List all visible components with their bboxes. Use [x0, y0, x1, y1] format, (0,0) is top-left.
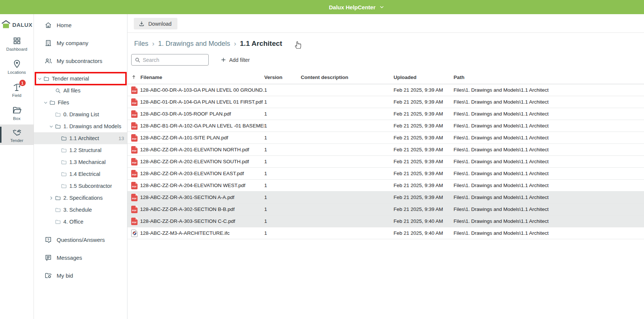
table-row[interactable]: PDF128-ABC-00-DR-A-103-GA PLAN LEVEL 00 …	[127, 84, 644, 96]
home-icon	[44, 21, 52, 29]
tree-item-tender-material[interactable]: Tender material	[34, 73, 127, 85]
tree-item-1-5-subcontractor[interactable]: 1.5 Subcontractor	[34, 180, 127, 192]
cell-filename: 128-ABC-03-DR-A-105-ROOF PLAN.pdf	[140, 111, 264, 117]
dalux-logo-text: DALUX	[12, 22, 32, 28]
table-row[interactable]: PDF128-ABC-ZZ-DR-A-303-SECTION C-C.pdf1F…	[127, 215, 644, 227]
search-input[interactable]	[143, 57, 205, 63]
helpcenter-dropdown[interactable]: Dalux HelpCenter	[329, 0, 384, 14]
pdf-file-icon: PDF	[131, 194, 138, 201]
tree-item-label: 1.4 Electrical	[69, 171, 100, 177]
sidebar-item-my-company[interactable]: My company	[34, 34, 127, 52]
cell-uploaded: Feb 21 2025, 9:39 AM	[394, 159, 454, 164]
tree-item-all-files[interactable]: All files	[34, 85, 127, 97]
table-row[interactable]: PDF128-ABC-03-DR-A-105-ROOF PLAN.pdf1Feb…	[127, 108, 644, 120]
folder-icon	[43, 76, 50, 82]
tree-item-2-specifications[interactable]: 2. Specifications	[34, 192, 127, 204]
sidebar-item-questions-answers[interactable]: ?Questions/Answers	[34, 231, 127, 249]
rail-item-tender[interactable]: Tender	[0, 124, 34, 145]
table-row[interactable]: PDF128-ABC-ZZ-DR-A-301-SECTION A-A.pdf1F…	[127, 192, 644, 203]
table-row[interactable]: 128-ABC-ZZ-M3-A-ARCHITECTURE.ifc1Feb 21 …	[127, 227, 644, 239]
pdf-file-icon: PDF	[131, 158, 138, 165]
sort-ascending-icon[interactable]	[131, 75, 136, 80]
chevron-down-icon[interactable]	[37, 76, 43, 82]
cell-filename: 128-ABC-B1-DR-A-102-GA PLAN LEVEL -01 BA…	[140, 123, 264, 129]
tree-item-label: 4. Office	[63, 219, 83, 225]
rail-item-label: Field	[12, 93, 22, 98]
download-button[interactable]: Download	[134, 18, 177, 29]
sidebar-item-label: Questions/Answers	[57, 237, 105, 243]
column-version[interactable]: Version	[264, 75, 301, 80]
file-table-body: PDF128-ABC-00-DR-A-103-GA PLAN LEVEL 00 …	[127, 84, 644, 239]
pdf-file-icon: PDF	[131, 110, 138, 118]
table-row[interactable]: PDF128-ABC-ZZ-DR-A-204-ELEVATION WEST.pd…	[127, 180, 644, 192]
sidebar-item-label: Home	[57, 22, 72, 28]
breadcrumb-drawings-and-models[interactable]: 1. Drawings and Models	[158, 40, 230, 48]
box-folder-icon	[12, 105, 22, 115]
cell-version: 1	[264, 87, 301, 93]
folder-icon	[61, 135, 67, 142]
breadcrumb-separator: ›	[152, 40, 154, 48]
sidebar-item-my-bid[interactable]: My bid	[34, 266, 127, 284]
my-bid-icon	[44, 272, 52, 279]
tree-item-label: Tender material	[52, 76, 89, 82]
rail-item-field[interactable]: 1Field	[0, 78, 34, 101]
cell-path: Files\1. Drawings and Models\1.1 Archite…	[454, 147, 644, 152]
rail-item-label: Box	[13, 116, 20, 121]
ifc-file-icon	[131, 230, 138, 237]
chevron-down-icon[interactable]	[43, 100, 49, 106]
table-row[interactable]: PDF128-ABC-ZZ-DR-A-201-ELEVATION NORTH.p…	[127, 144, 644, 156]
cell-filename: 128-ABC-00-DR-A-103-GA PLAN LEVEL 00 GRO…	[140, 87, 264, 93]
pin-icon	[12, 59, 22, 69]
breadcrumb-separator: ›	[234, 40, 236, 48]
tree-item-label: 2. Specifications	[63, 195, 103, 201]
top-bar: Dalux HelpCenter	[0, 0, 644, 14]
pdf-file-icon: PDF	[131, 86, 138, 94]
cell-filename: 128-ABC-ZZ-DR-A-203-ELEVATION EAST.pdf	[140, 171, 264, 176]
folder-icon	[61, 147, 67, 154]
sidebar-item-home[interactable]: Home	[34, 16, 127, 34]
crane-icon: 1	[12, 82, 22, 92]
rail-item-dashboard[interactable]: Dashboard	[0, 32, 34, 55]
column-content-description[interactable]: Content description	[301, 75, 394, 80]
tree-item-1-2-structural[interactable]: 1.2 Structural	[34, 144, 127, 156]
rail-item-box[interactable]: Box	[0, 101, 34, 124]
sidebar-item-messages[interactable]: Messages	[34, 249, 127, 266]
table-row[interactable]: PDF128-ABC-B1-DR-A-102-GA PLAN LEVEL -01…	[127, 120, 644, 132]
chevron-spacer	[54, 147, 61, 154]
tree-item-1-1-architect[interactable]: 1.1 Architect13	[34, 132, 127, 144]
cell-version: 1	[264, 123, 301, 129]
add-filter-button[interactable]: Add filter	[221, 57, 250, 63]
cell-path: Files\1. Drawings and Models\1.1 Archite…	[454, 183, 644, 188]
folder-icon	[55, 219, 61, 225]
column-uploaded[interactable]: Uploaded	[394, 75, 454, 80]
column-path[interactable]: Path	[454, 75, 644, 80]
column-filename[interactable]: Filename	[141, 75, 162, 80]
chevron-right-icon[interactable]	[48, 195, 55, 201]
cell-path: Files\1. Drawings and Models\1.1 Archite…	[454, 171, 644, 176]
table-row[interactable]: PDF128-ABC-ZZ-DR-A-203-ELEVATION EAST.pd…	[127, 168, 644, 180]
cell-version: 1	[264, 99, 301, 105]
tree-item-files[interactable]: Files	[34, 97, 127, 108]
helpcenter-label: Dalux HelpCenter	[329, 4, 375, 10]
table-row[interactable]: PDF128-ABC-01-DR-A-104-GA PLAN LEVEL 01 …	[127, 96, 644, 108]
table-row[interactable]: PDF128-ABC-ZZ-DR-A-202-ELEVATION SOUTH.p…	[127, 156, 644, 168]
tree-item-4-office[interactable]: 4. Office	[34, 216, 127, 228]
tree-item-1-4-electrical[interactable]: 1.4 Electrical	[34, 168, 127, 180]
table-row[interactable]: PDF128-ABC-ZZ-DR-A-101-SITE PLAN.pdf1Feb…	[127, 132, 644, 144]
pdf-file-icon: PDF	[131, 218, 138, 225]
dalux-logo[interactable]: DALUX	[0, 14, 34, 32]
breadcrumb-files[interactable]: Files	[134, 40, 148, 48]
tree-item-label: 3. Schedule	[63, 207, 92, 213]
plus-icon	[221, 57, 226, 63]
cell-uploaded: Feb 21 2025, 9:39 AM	[394, 206, 454, 212]
table-row[interactable]: PDF128-ABC-ZZ-DR-A-302-SECTION B-B.pdf1F…	[127, 203, 644, 215]
rail-item-locations[interactable]: Locations	[0, 55, 34, 78]
chevron-down-icon[interactable]	[48, 123, 55, 130]
tree-item-1-drawings-and-models[interactable]: 1. Drawings and Models	[34, 120, 127, 132]
tree-item-3-schedule[interactable]: 3. Schedule	[34, 204, 127, 216]
search-icon	[55, 88, 61, 94]
tree-item-1-3-mechanical[interactable]: 1.3 Mechanical	[34, 156, 127, 168]
sidebar-item-my-subcontractors[interactable]: My subcontractors	[34, 52, 127, 70]
tree-item-0-drawing-list[interactable]: 0. Drawing List	[34, 108, 127, 120]
cell-filename: 128-ABC-ZZ-M3-A-ARCHITECTURE.ifc	[140, 230, 264, 236]
